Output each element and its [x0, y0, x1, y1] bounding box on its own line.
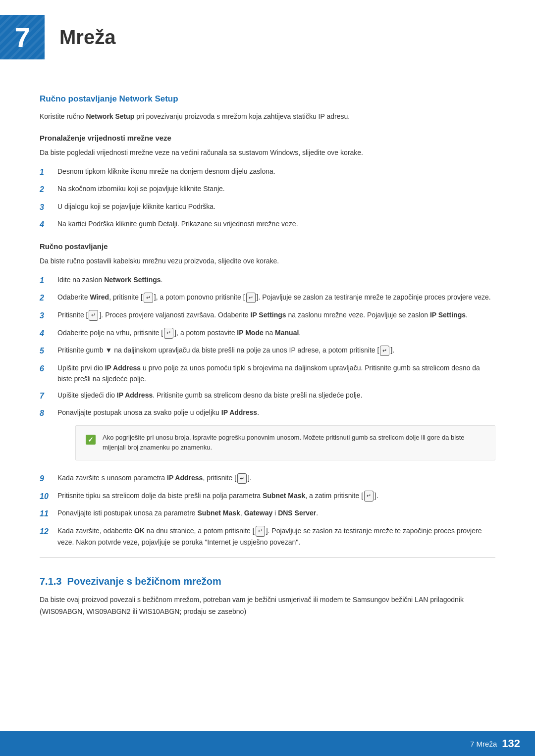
step-content: Na skočnom izborniku koji se pojavljuje … [57, 183, 495, 194]
step-item: 10 Pritisnite tipku sa strelicom dolje d… [40, 490, 495, 503]
subsection-title-find: Pronalaženje vrijednosti mrežne veze [40, 134, 495, 142]
subsection-manual-setup: Ručno postavljanje Da biste ručno postav… [40, 242, 495, 548]
step-content: Pritisnite tipku sa strelicom dolje da b… [57, 490, 495, 502]
note-icon: ✓ [85, 434, 97, 446]
step-number: 12 [40, 525, 57, 538]
step-content: Pritisnite gumb ▼ na daljinskom upravlja… [57, 345, 495, 356]
step-item: 4 Odaberite polje na vrhu, pritisnite [↵… [40, 327, 495, 340]
remote-button-icon: ↵ [364, 491, 374, 502]
step-content: Ponavljajte isti postupak unosa za param… [57, 507, 495, 518]
remote-button-icon: ↵ [380, 346, 389, 356]
chapter-number: 7 [14, 21, 30, 53]
step-content: Upišite prvi dio IP Address u prvo polje… [57, 362, 495, 385]
step-content: Upišite sljedeći dio IP Address. Pritisn… [57, 390, 495, 401]
step-item: 6 Upišite prvi dio IP Address u prvo pol… [40, 362, 495, 385]
step-number: 2 [40, 292, 57, 304]
step-item: 2 Odaberite Wired, pritisnite [↵], a pot… [40, 292, 495, 304]
note-text: Ako pogriješite pri unosu broja, ispravi… [103, 433, 486, 454]
step-content: Kada završite s unosom parametra IP Addr… [57, 472, 495, 484]
step-content: Odaberite polje na vrhu, pritisnite [↵],… [57, 327, 495, 339]
section-title-manual: Ručno postavljanje Network Setup [40, 94, 495, 104]
step-item: 8 Ponavljajte postupak unosa za svako po… [40, 407, 495, 467]
section-wireless-title: Povezivanje s bežičnom mrežom [67, 576, 221, 587]
chapter-header: 7 Mreža [0, 0, 535, 69]
step-item: 7 Upišite sljedeći dio IP Address. Priti… [40, 390, 495, 403]
step-item: 11 Ponavljajte isti postupak unosa za pa… [40, 507, 495, 520]
step-content: Desnom tipkom kliknite ikonu mreže na do… [57, 166, 495, 177]
section-intro-manual: Koristite ručno Network Setup pri povezi… [40, 111, 495, 123]
remote-button-icon: ↵ [246, 293, 256, 303]
page-container: 7 Mreža Ručno postavljanje Network Setup… [0, 0, 535, 756]
step-content: Kada završite, odaberite OK na dnu stran… [57, 525, 495, 548]
step-number: 3 [40, 201, 57, 214]
chapter-number-box: 7 [0, 15, 45, 59]
steps-list-manual: 1 Idite na zaslon Network Settings. 2 Od… [40, 274, 495, 548]
step-number: 8 [40, 407, 57, 420]
step-number: 7 [40, 390, 57, 403]
section-manual-network-setup: Ručno postavljanje Network Setup Koristi… [40, 94, 495, 548]
step-number: 2 [40, 183, 57, 196]
step-content: Ponavljajte postupak unosa za svako polj… [57, 407, 495, 467]
step-number: 1 [40, 274, 57, 287]
step-item: 1 Desnom tipkom kliknite ikonu mreže na … [40, 166, 495, 179]
subsection-intro-manual2: Da biste ručno postavili kabelsku mrežnu… [40, 255, 495, 267]
step-number: 9 [40, 472, 57, 485]
section-wireless-intro: Da biste ovaj proizvod povezali s bežičn… [40, 594, 495, 618]
step-content: Pritisnite [↵]. Proces provjere valjanos… [57, 309, 495, 321]
step-number: 6 [40, 362, 57, 375]
step-number: 5 [40, 345, 57, 357]
step-number: 10 [40, 490, 57, 503]
remote-button-icon: ↵ [237, 473, 247, 484]
subsection-find-values: Pronalaženje vrijednosti mrežne veze Da … [40, 134, 495, 231]
step-item: 2 Na skočnom izborniku koji se pojavljuj… [40, 183, 495, 196]
note-box: ✓ Ako pogriješite pri unosu broja, ispra… [75, 425, 495, 461]
content-area: Ručno postavljanje Network Setup Koristi… [0, 69, 535, 655]
remote-button-icon: ↵ [164, 328, 173, 339]
step-content: U dijalogu koji se pojavljuje kliknite k… [57, 201, 495, 212]
step-content: Odaberite Wired, pritisnite [↵], a potom… [57, 292, 495, 303]
remote-button-icon: ↵ [256, 526, 265, 537]
section-wireless: 7.1.3 Povezivanje s bežičnom mrežom Da b… [40, 576, 495, 618]
step-item: 9 Kada završite s unosom parametra IP Ad… [40, 472, 495, 485]
footer-chapter-label: 7 Mreža [470, 740, 497, 748]
step-content: Idite na zaslon Network Settings. [57, 274, 495, 285]
section-divider [40, 557, 495, 558]
subsection-intro-find: Da biste pogledali vrijednosti mrežne ve… [40, 147, 495, 159]
remote-button-icon: ↵ [89, 310, 98, 321]
step-item: 12 Kada završite, odaberite OK na dnu st… [40, 525, 495, 548]
section-num: 7.1.3 [40, 576, 61, 587]
step-item: 4 Na kartici Podrška kliknite gumb Detal… [40, 218, 495, 231]
subsection-title-manual: Ručno postavljanje [40, 242, 495, 251]
step-number: 11 [40, 507, 57, 520]
step-item: 3 Pritisnite [↵]. Proces provjere valjan… [40, 309, 495, 322]
step-number: 4 [40, 327, 57, 340]
step-content: Na kartici Podrška kliknite gumb Detalji… [57, 218, 495, 229]
section-wireless-header: 7.1.3 Povezivanje s bežičnom mrežom [40, 576, 495, 587]
remote-button-icon: ↵ [144, 293, 153, 303]
chapter-title: Mreža [45, 26, 115, 49]
step-item: 3 U dijalogu koji se pojavljuje kliknite… [40, 201, 495, 214]
page-footer: 7 Mreža 132 [0, 731, 535, 756]
step-number: 4 [40, 218, 57, 231]
step-item: 5 Pritisnite gumb ▼ na daljinskom upravl… [40, 345, 495, 357]
step-number: 3 [40, 309, 57, 322]
footer-page-number: 132 [502, 737, 520, 750]
svg-text:✓: ✓ [88, 436, 94, 444]
step-item: 1 Idite na zaslon Network Settings. [40, 274, 495, 287]
steps-list-find: 1 Desnom tipkom kliknite ikonu mreže na … [40, 166, 495, 231]
step-number: 1 [40, 166, 57, 179]
